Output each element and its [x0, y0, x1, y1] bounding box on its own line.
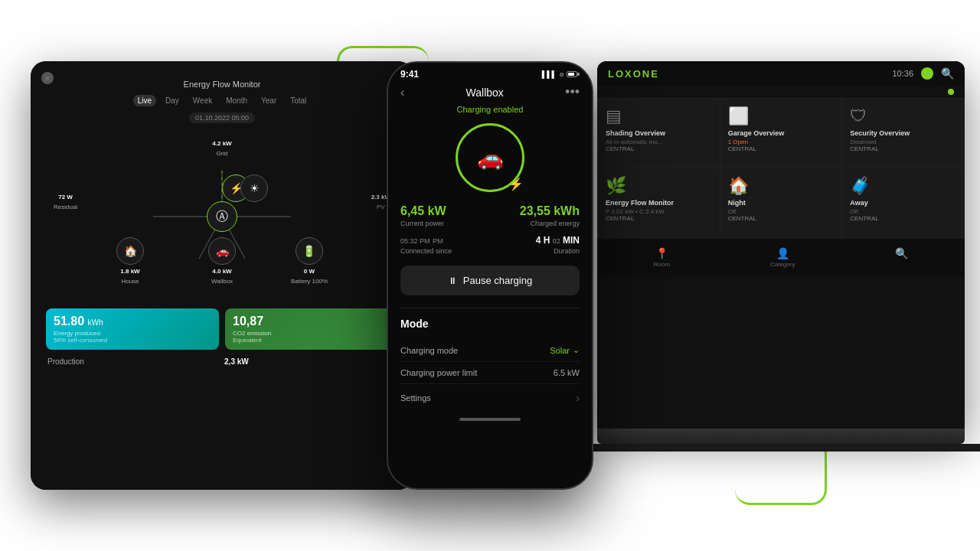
garage-title: Garage Overview: [728, 129, 835, 137]
energy-status: CENTRAL: [606, 215, 712, 222]
stat-co2-value: 10,87: [233, 315, 390, 328]
security-icon: 🛡: [850, 106, 956, 126]
loxone-nav: 📍 Room 👤 Category 🔍: [597, 240, 965, 276]
phone-time: 9:41: [400, 69, 419, 80]
tab-week[interactable]: Week: [188, 95, 217, 106]
loxone-header: LOXONE 10:36 🔍: [597, 61, 965, 86]
shading-icon: ▤: [606, 106, 712, 126]
card-security[interactable]: 🛡 Security Overview Disarmed CENTRAL: [842, 99, 964, 168]
room-icon: 📍: [655, 247, 668, 259]
status-indicator-dot: [948, 89, 954, 95]
scene: × Energy Flow Monitor Live Day Week Mont…: [0, 0, 980, 551]
shading-status: CENTRAL: [606, 145, 712, 152]
ef-node-grid: 4.2 kW Grid: [212, 140, 231, 158]
production-value: 2,3 kW: [224, 357, 249, 366]
production-row: Production 2,3 kW ⤢: [38, 350, 406, 373]
loxone-status-dot: [921, 67, 933, 80]
nav-room[interactable]: 📍 Room: [654, 247, 670, 268]
tab-total[interactable]: Total: [286, 95, 311, 106]
charging-power-row: Charging power limit 6.5 kW: [400, 362, 580, 384]
laptop-screen: LOXONE 10:36 🔍 ▤ Shading Overview All in…: [597, 61, 965, 429]
loxone-header-right: 10:36 🔍: [892, 67, 954, 80]
ef-node-wallbox: 🚗 4.0 kW Wallbox: [208, 237, 236, 285]
charging-mode-value: Solar ⌄: [550, 345, 580, 355]
phone-divider: [400, 308, 580, 308]
charging-power-label: Charging power limit: [400, 368, 477, 377]
away-status: CENTRAL: [850, 215, 956, 222]
loxone-time: 10:36: [892, 69, 913, 78]
tablet-tabs: Live Day Week Month Year Total: [38, 95, 406, 106]
away-sub: Off: [850, 208, 956, 215]
charging-power-value: 6.5 kW: [554, 368, 580, 377]
shading-sub: All in automatic mo...: [606, 139, 712, 145]
stat-energy-value: 51.80 kWh: [54, 315, 211, 328]
battery-icon: [567, 71, 580, 77]
nav-category[interactable]: 👤 Category: [770, 247, 795, 268]
tab-day[interactable]: Day: [161, 95, 184, 106]
charging-mode-row[interactable]: Charging mode Solar ⌄: [400, 339, 580, 362]
card-away[interactable]: 🧳 Away Off CENTRAL: [842, 168, 964, 237]
security-status: CENTRAL: [850, 145, 956, 152]
settings-label: Settings: [400, 393, 431, 403]
security-title: Security Overview: [850, 129, 956, 137]
current-power-val: 6,45 kW: [400, 204, 490, 218]
laptop: LOXONE 10:36 🔍 ▤ Shading Overview All in…: [597, 61, 965, 490]
shading-title: Shading Overview: [606, 129, 712, 137]
card-shading[interactable]: ▤ Shading Overview All in automatic mo..…: [598, 99, 720, 168]
tab-live[interactable]: Live: [133, 95, 156, 106]
back-button[interactable]: ‹: [400, 86, 404, 99]
card-garage[interactable]: ⬜ Garage Overview 1 Open CENTRAL: [720, 99, 842, 168]
chevron-down-icon: ⌄: [573, 345, 580, 355]
duration-stat: 4 H 02 MIN Duration: [490, 235, 580, 255]
phone-time-stats: 05:32 PM PM Connected since 4 H 02 MIN D…: [400, 235, 580, 255]
phone-body: Charging enabled 🚗 ⚡ 6,45 kW Current pow…: [388, 105, 592, 412]
loxone-search-icon[interactable]: 🔍: [941, 67, 954, 80]
card-energy[interactable]: 🌿 Energy Flow Monitor P 2.02 kW • C 2.4 …: [598, 168, 720, 237]
nav-category-label: Category: [770, 261, 795, 268]
current-power-label: Current power: [400, 220, 490, 227]
stat-card-co2: 10,87 CO2 emission Equivalent: [225, 308, 398, 350]
laptop-base: [597, 429, 965, 444]
charging-status: Charging enabled: [400, 105, 580, 114]
away-title: Away: [850, 199, 956, 207]
charging-mode-label: Charging mode: [400, 346, 458, 355]
energy-sub: P 2.02 kW • C 2.4 kW: [606, 208, 712, 215]
garage-badge: 1 Open: [728, 139, 835, 145]
garage-icon: ⬜: [728, 106, 835, 126]
phone-status-bar: 9:41 ▌▌▌ ⌾: [388, 63, 592, 80]
tablet-title: Energy Flow Monitor: [38, 69, 406, 89]
settings-row[interactable]: Settings ›: [400, 384, 580, 412]
settings-arrow-icon: ›: [576, 392, 580, 404]
night-sub: Off: [728, 208, 835, 215]
wifi-icon: ⌾: [560, 70, 564, 78]
charged-energy-stat: 23,55 kWh Charged energy: [490, 204, 580, 227]
bolt-icon: ⚡: [508, 177, 524, 191]
tablet-close-btn[interactable]: ×: [41, 72, 54, 84]
phone-status-icons: ▌▌▌ ⌾: [542, 70, 580, 78]
nav-search-icon: 🔍: [895, 247, 908, 259]
ef-pv-circle: ☀: [240, 174, 268, 202]
current-power-stat: 6,45 kW Current power: [400, 204, 490, 227]
charged-energy-val: 23,55 kWh: [490, 204, 580, 218]
mode-title: Mode: [400, 318, 580, 330]
stat-energy-label: Energy produced: [54, 330, 211, 337]
duration-label: Duration: [490, 247, 580, 255]
tablet-date: 01.10.2022 05:00: [189, 112, 255, 123]
connected-since-val: 05:32 PM PM: [400, 235, 490, 246]
card-night[interactable]: 🏠 Night Off CENTRAL: [720, 168, 842, 237]
signal-icon: ▌▌▌: [542, 70, 557, 78]
ef-node-house: 🏠 1.8 kW House: [116, 237, 144, 285]
stat-co2-sub: Equivalent: [233, 337, 390, 344]
night-status: CENTRAL: [728, 215, 835, 222]
connected-since-label: Connected since: [400, 247, 490, 255]
pause-charging-button[interactable]: ⏸ Pause charging: [400, 266, 580, 295]
stats-row: 51.80 kWh Energy produced 56% self-consu…: [46, 308, 398, 350]
tab-month[interactable]: Month: [221, 95, 252, 106]
nav-search[interactable]: 🔍: [895, 247, 908, 268]
category-icon: 👤: [776, 247, 789, 259]
charged-energy-label: Charged energy: [490, 220, 580, 227]
menu-button[interactable]: •••: [565, 84, 580, 100]
away-icon: 🧳: [850, 176, 956, 196]
tab-year[interactable]: Year: [256, 95, 281, 106]
energy-title: Energy Flow Monitor: [606, 199, 712, 207]
